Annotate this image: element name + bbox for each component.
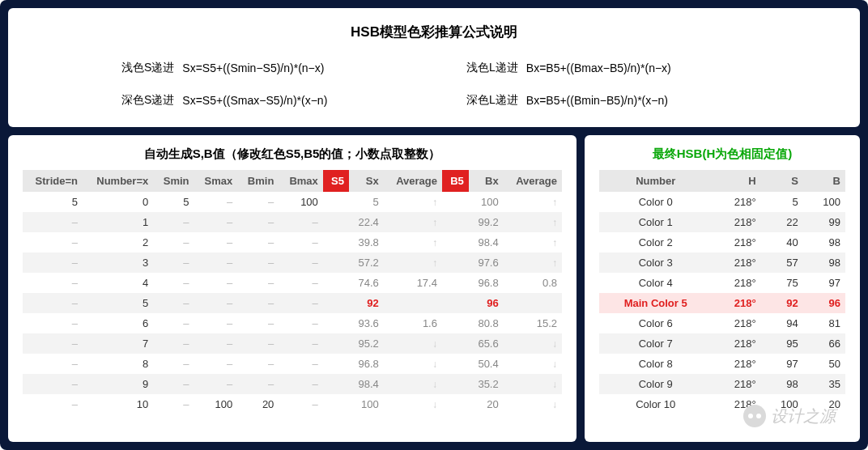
cell-stride: – xyxy=(23,212,83,232)
cell-smax: – xyxy=(194,293,238,313)
sb-col-10: Bx xyxy=(469,170,504,192)
cell-s5 xyxy=(323,354,349,374)
cell-smax: 100 xyxy=(194,394,238,414)
cell-bmax: – xyxy=(279,374,322,394)
cell-h: 218° xyxy=(712,293,760,313)
formula-panel-title: HSB模型色彩推算公式说明 xyxy=(32,23,836,41)
table-row: –5––––9296 xyxy=(23,293,562,313)
cell-sx: 96.8 xyxy=(349,354,384,374)
table-row: –2––––39.8↑98.4↑ xyxy=(23,232,562,253)
cell-bavg: 15.2 xyxy=(504,313,562,333)
cell-b5 xyxy=(442,333,469,354)
cell-bavg: ↑ xyxy=(504,253,562,273)
cell-bmin: – xyxy=(237,333,279,354)
cell-bavg: ↓ xyxy=(504,333,562,354)
cell-bx: 80.8 xyxy=(469,313,504,333)
sb-col-6: S5 xyxy=(323,170,349,192)
cell-stride: – xyxy=(23,354,83,374)
cell-savg: 17.4 xyxy=(384,273,442,293)
cell-num: 7 xyxy=(83,333,153,354)
table-row: Color 9218°9835 xyxy=(599,374,845,394)
cell-s5 xyxy=(323,192,349,212)
cell-smin: – xyxy=(153,374,194,394)
cell-bmin: – xyxy=(237,313,279,333)
cell-savg xyxy=(384,293,442,313)
cell-savg: ↑ xyxy=(384,192,442,212)
cell-s: 98 xyxy=(761,374,803,394)
cell-stride: – xyxy=(23,273,83,293)
cell-s5 xyxy=(323,212,349,232)
table-row: 505––1005↑100↑ xyxy=(23,192,562,212)
cell-bavg: ↑ xyxy=(504,192,562,212)
formula-dark-l: 深色L递进 Bx=B5+((Bmin−B5)/n)*(x−n) xyxy=(466,93,747,108)
hsb-col-3: B xyxy=(803,170,845,192)
cell-s: 57 xyxy=(761,253,803,273)
sb-table: Stride=nNumber=xSminSmaxBminBmaxS5SxAver… xyxy=(23,170,562,414)
sb-col-3: Smax xyxy=(194,170,238,192)
cell-bmin: – xyxy=(237,293,279,313)
formula-panel: HSB模型色彩推算公式说明 浅色S递进 Sx=S5+((Smin−S5)/n)*… xyxy=(8,8,860,127)
cell-stride: – xyxy=(23,313,83,333)
cell-s: 92 xyxy=(761,293,803,313)
cell-bmax: – xyxy=(279,313,322,333)
cell-bmax: – xyxy=(279,212,322,232)
table-row: Color 1218°2299 xyxy=(599,212,845,232)
cell-bx: 97.6 xyxy=(469,253,504,273)
cell-s5 xyxy=(323,394,349,414)
cell-stride: 5 xyxy=(23,192,83,212)
cell-b: 97 xyxy=(803,273,845,293)
cell-h: 218° xyxy=(712,273,760,293)
cell-bmin: – xyxy=(237,354,279,374)
table-row: –6––––93.61.680.815.2 xyxy=(23,313,562,333)
cell-name: Color 1 xyxy=(599,212,712,232)
table-row: –8––––96.8↓50.4↓ xyxy=(23,354,562,374)
sb-col-9: B5 xyxy=(442,170,469,192)
cell-name: Color 3 xyxy=(599,253,712,273)
cell-s: 40 xyxy=(761,232,803,253)
cell-b5 xyxy=(442,192,469,212)
formula-grid: 浅色S递进 Sx=S5+((Smin−S5)/n)*(n−x) 浅色L递进 Bx… xyxy=(32,61,836,108)
cell-smax: – xyxy=(194,333,238,354)
cell-sx: 93.6 xyxy=(349,313,384,333)
cell-b5 xyxy=(442,394,469,414)
cell-savg: ↓ xyxy=(384,354,442,374)
cell-bavg: ↓ xyxy=(504,394,562,414)
cell-b: 81 xyxy=(803,313,845,333)
cell-num: 6 xyxy=(83,313,153,333)
cell-name: Color 2 xyxy=(599,232,712,253)
cell-smin: 5 xyxy=(153,192,194,212)
cell-s5 xyxy=(323,253,349,273)
hsb-table: NumberHSB Color 0218°5100Color 1218°2299… xyxy=(599,170,845,414)
cell-s: 97 xyxy=(761,354,803,374)
hsb-col-2: S xyxy=(761,170,803,192)
cell-smin: – xyxy=(153,253,194,273)
cell-name: Color 8 xyxy=(599,354,712,374)
cell-stride: – xyxy=(23,394,83,414)
cell-savg: ↑ xyxy=(384,212,442,232)
cell-b5 xyxy=(442,273,469,293)
cell-smax: – xyxy=(194,273,238,293)
cell-s: 5 xyxy=(761,192,803,212)
cell-b5 xyxy=(442,253,469,273)
cell-b: 100 xyxy=(803,192,845,212)
cell-s5 xyxy=(323,374,349,394)
cell-name: Color 9 xyxy=(599,374,712,394)
cell-h: 218° xyxy=(712,354,760,374)
cell-num: 9 xyxy=(83,374,153,394)
cell-sx: 5 xyxy=(349,192,384,212)
cell-b: 98 xyxy=(803,253,845,273)
cell-b5 xyxy=(442,212,469,232)
cell-num: 10 xyxy=(83,394,153,414)
sb-col-8: Average xyxy=(384,170,442,192)
sb-col-2: Smin xyxy=(153,170,194,192)
cell-s: 22 xyxy=(761,212,803,232)
table-row: Color 0218°5100 xyxy=(599,192,845,212)
cell-b: 20 xyxy=(803,394,845,414)
cell-name: Main Color 5 xyxy=(599,293,712,313)
cell-sx: 22.4 xyxy=(349,212,384,232)
cell-bmin: 20 xyxy=(237,394,279,414)
table-row: –9––––98.4↓35.2↓ xyxy=(23,374,562,394)
cell-num: 1 xyxy=(83,212,153,232)
cell-smax: – xyxy=(194,232,238,253)
cell-savg: ↓ xyxy=(384,333,442,354)
